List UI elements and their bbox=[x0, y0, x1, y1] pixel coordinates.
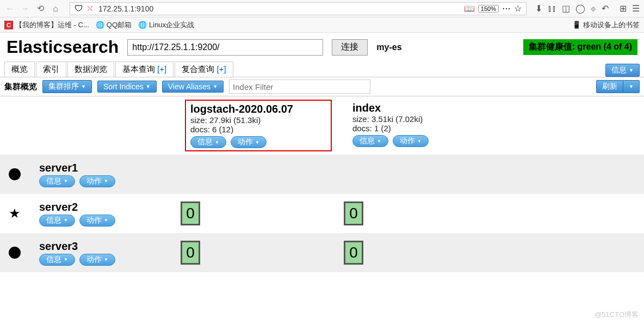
restore-icon[interactable]: ↶ bbox=[602, 3, 609, 14]
node-info-button[interactable]: 信息▼ bbox=[39, 175, 75, 187]
apps-icon[interactable]: ⊞ bbox=[620, 3, 627, 14]
index-size: size: 27.9ki (51.3ki) bbox=[190, 115, 326, 125]
shard-box[interactable]: 0 bbox=[181, 201, 200, 225]
tab-browser[interactable]: 数据浏览 bbox=[67, 62, 114, 77]
url-bar[interactable]: 🛡 ⛌ 172.25.1.1:9100 📖 150% ⋯ ☆ bbox=[70, 2, 527, 15]
zoom-badge[interactable]: 150% bbox=[478, 5, 499, 13]
account-icon[interactable]: ◯ bbox=[575, 3, 585, 14]
refresh-button[interactable]: 刷新 bbox=[596, 80, 623, 93]
app-title: Elasticsearch bbox=[7, 37, 119, 57]
es-url-input[interactable] bbox=[127, 39, 323, 56]
back-icon[interactable]: ← bbox=[4, 3, 15, 14]
tabs: 概览 索引 数据浏览 基本查询 [+] 复合查询 [+] 信息▼ bbox=[0, 62, 644, 77]
index-name[interactable]: logstach-2020.06.07 bbox=[190, 103, 326, 115]
bookmark-item[interactable]: 🌐 QQ邮箱 bbox=[96, 20, 132, 30]
chevron-down-icon: ▼ bbox=[629, 84, 634, 89]
index-size: size: 3.51ki (7.02ki) bbox=[352, 114, 429, 124]
toolbar-icons: ⬇ ⫿⫿ ◫ ◯ ⟐ ↶ ⊞ ☰ bbox=[535, 3, 640, 14]
toolbar-label: 集群概览 bbox=[4, 82, 37, 92]
index-docs: docs: 1 (2) bbox=[352, 124, 429, 133]
cluster-name: my-es bbox=[376, 42, 401, 52]
es-header: Elasticsearch 连接 my-es 集群健康值: green (4 o… bbox=[0, 33, 644, 62]
node-info-button[interactable]: 信息▼ bbox=[39, 254, 75, 266]
refresh-dropdown[interactable]: ▼ bbox=[623, 80, 640, 93]
download-icon[interactable]: ⬇ bbox=[535, 3, 542, 14]
sidebar-icon[interactable]: ◫ bbox=[562, 3, 570, 14]
chevron-down-icon: ▼ bbox=[629, 68, 634, 73]
tab-compound-query[interactable]: 复合查询 [+] bbox=[175, 62, 233, 77]
index-info-button[interactable]: 信息▼ bbox=[190, 136, 226, 148]
chevron-down-icon: ▼ bbox=[215, 140, 219, 145]
forward-icon[interactable]: → bbox=[20, 3, 30, 14]
bookmark-item[interactable]: C 【我的博客】运维 - C... bbox=[4, 20, 89, 30]
reader-icon[interactable]: 📖 bbox=[464, 3, 475, 14]
mobile-bookmarks[interactable]: 📱 移动设备上的书签 bbox=[572, 20, 640, 30]
node-name: server2 bbox=[39, 201, 164, 213]
indices-header: logstach-2020.06.07 size: 27.9ki (51.3ki… bbox=[0, 96, 644, 155]
circle-icon bbox=[9, 247, 21, 259]
home-icon[interactable]: ⌂ bbox=[50, 3, 61, 14]
browser-nav-bar: ← → ⟲ ⌂ 🛡 ⛌ 172.25.1.1:9100 📖 150% ⋯ ☆ ⬇… bbox=[0, 0, 644, 17]
url-text: 172.25.1.1:9100 bbox=[98, 4, 461, 13]
dots-icon[interactable]: ⋯ bbox=[502, 3, 511, 14]
reload-icon[interactable]: ⟲ bbox=[35, 3, 46, 14]
sort-indices-button[interactable]: Sort Indices▼ bbox=[97, 81, 157, 93]
view-aliases-button[interactable]: View Aliases▼ bbox=[162, 81, 224, 93]
circle-icon bbox=[9, 168, 21, 180]
globe-icon: 🌐 bbox=[138, 21, 147, 29]
bookmark-icon: C bbox=[4, 21, 13, 29]
chevron-down-icon: ▼ bbox=[146, 84, 151, 89]
chevron-down-icon: ▼ bbox=[377, 139, 381, 144]
library-icon[interactable]: ⫿⫿ bbox=[548, 4, 556, 14]
bookmark-item[interactable]: 🌐 Linux企业实战 bbox=[138, 20, 194, 30]
chevron-down-icon: ▼ bbox=[255, 140, 259, 145]
chevron-down-icon: ▼ bbox=[81, 84, 86, 89]
index-docs: docs: 6 (12) bbox=[190, 125, 326, 134]
node-name: server3 bbox=[39, 240, 164, 253]
index-filter-input[interactable] bbox=[229, 80, 370, 94]
tab-overview[interactable]: 概览 bbox=[4, 62, 35, 77]
index-action-button[interactable]: 动作▼ bbox=[231, 136, 267, 148]
mobile-icon: 📱 bbox=[572, 21, 581, 29]
node-row: server1 信息▼ 动作▼ bbox=[0, 155, 644, 194]
index-info-button[interactable]: 信息▼ bbox=[352, 135, 388, 147]
star-icon[interactable]: ☆ bbox=[514, 3, 522, 14]
index-card-index: index size: 3.51ki (7.02ki) docs: 1 (2) … bbox=[348, 100, 433, 151]
node-row: server3 信息▼ 动作▼ 00 bbox=[0, 233, 644, 272]
node-row: ★server2 信息▼ 动作▼ 00 bbox=[0, 194, 644, 233]
chevron-down-icon: ▼ bbox=[213, 84, 218, 89]
shield-icon: 🛡 bbox=[75, 4, 83, 14]
connect-button[interactable]: 连接 bbox=[332, 39, 368, 56]
chevron-down-icon: ▼ bbox=[417, 139, 422, 144]
node-info-button[interactable]: 信息▼ bbox=[39, 215, 75, 227]
index-name[interactable]: index bbox=[352, 102, 429, 114]
node-action-button[interactable]: 动作▼ bbox=[79, 175, 115, 187]
menu-icon[interactable]: ☰ bbox=[632, 3, 640, 14]
globe-icon: 🌐 bbox=[96, 21, 104, 29]
shard-box[interactable]: 0 bbox=[181, 241, 200, 265]
sort-cluster-button[interactable]: 集群排序▼ bbox=[42, 80, 92, 93]
node-action-button[interactable]: 动作▼ bbox=[79, 215, 115, 227]
star-icon: ★ bbox=[9, 206, 21, 221]
index-card-logstach: logstach-2020.06.07 size: 27.9ki (51.3ki… bbox=[185, 100, 332, 151]
clock-icon[interactable]: ⟐ bbox=[591, 4, 596, 14]
tab-indices[interactable]: 索引 bbox=[36, 62, 66, 77]
node-action-button[interactable]: 动作▼ bbox=[79, 254, 115, 266]
bookmarks-bar: C 【我的博客】运维 - C... 🌐 QQ邮箱 🌐 Linux企业实战 📱 移… bbox=[0, 17, 644, 33]
lock-slash-icon: ⛌ bbox=[86, 4, 95, 14]
node-name: server1 bbox=[39, 162, 164, 174]
info-button[interactable]: 信息▼ bbox=[605, 64, 640, 77]
index-action-button[interactable]: 动作▼ bbox=[393, 135, 429, 147]
cluster-toolbar: 集群概览 集群排序▼ Sort Indices▼ View Aliases▼ 刷… bbox=[0, 77, 644, 96]
shard-box[interactable]: 0 bbox=[344, 201, 363, 225]
health-badge: 集群健康值: green (4 of 4) bbox=[523, 39, 637, 55]
shard-box[interactable]: 0 bbox=[344, 241, 363, 265]
tab-basic-query[interactable]: 基本查询 [+] bbox=[115, 62, 174, 77]
